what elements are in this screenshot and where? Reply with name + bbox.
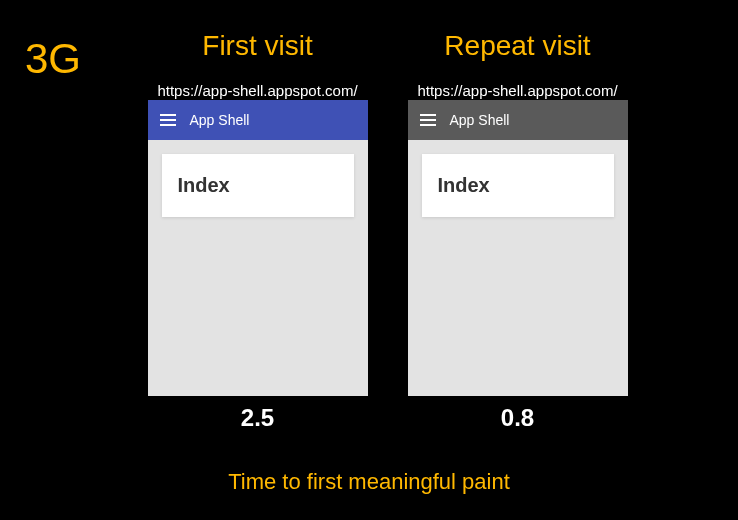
- app-bar-title: App Shell: [450, 112, 510, 128]
- card-text: Index: [438, 174, 598, 197]
- network-label: 3G: [25, 35, 81, 83]
- card-text: Index: [178, 174, 338, 197]
- card: Index: [162, 154, 354, 217]
- heading-first-visit: First visit: [135, 30, 380, 62]
- url-first-visit: https://app-shell.appspot.com/: [135, 82, 380, 99]
- timing-first-visit: 2.5: [135, 404, 380, 432]
- card: Index: [422, 154, 614, 217]
- content-area: Index: [148, 140, 368, 396]
- app-bar-title: App Shell: [190, 112, 250, 128]
- content-area: Index: [408, 140, 628, 396]
- phone-screen-repeat-visit: App Shell Index: [408, 100, 628, 396]
- heading-repeat-visit: Repeat visit: [395, 30, 640, 62]
- hamburger-icon[interactable]: [420, 114, 436, 126]
- app-bar-first-visit: App Shell: [148, 100, 368, 140]
- column-first-visit: First visit https://app-shell.appspot.co…: [135, 30, 380, 432]
- app-bar-repeat-visit: App Shell: [408, 100, 628, 140]
- timing-repeat-visit: 0.8: [395, 404, 640, 432]
- url-repeat-visit: https://app-shell.appspot.com/: [395, 82, 640, 99]
- hamburger-icon[interactable]: [160, 114, 176, 126]
- phone-screen-first-visit: App Shell Index: [148, 100, 368, 396]
- column-repeat-visit: Repeat visit https://app-shell.appspot.c…: [395, 30, 640, 432]
- caption: Time to first meaningful paint: [0, 469, 738, 495]
